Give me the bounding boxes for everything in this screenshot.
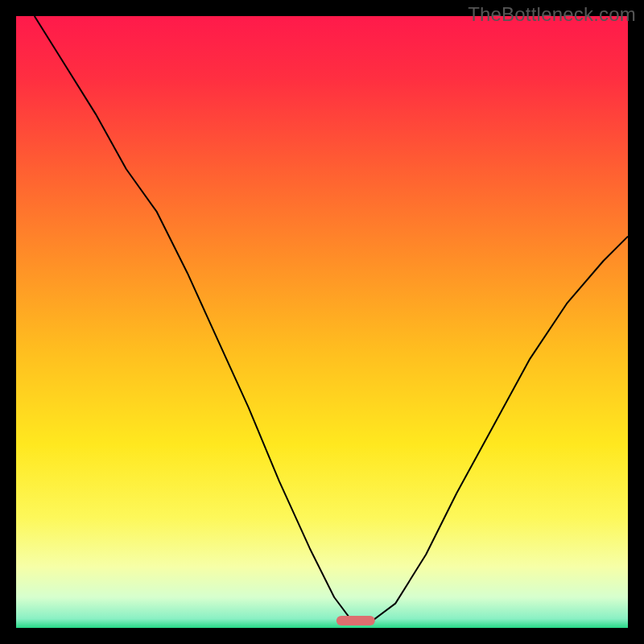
watermark-text: TheBottleneck.com: [468, 3, 636, 26]
gradient-background: [16, 16, 628, 628]
optimum-marker: [336, 616, 375, 625]
chart-frame: TheBottleneck.com: [0, 0, 644, 644]
chart-svg: [16, 16, 628, 628]
plot-area: [16, 16, 628, 628]
